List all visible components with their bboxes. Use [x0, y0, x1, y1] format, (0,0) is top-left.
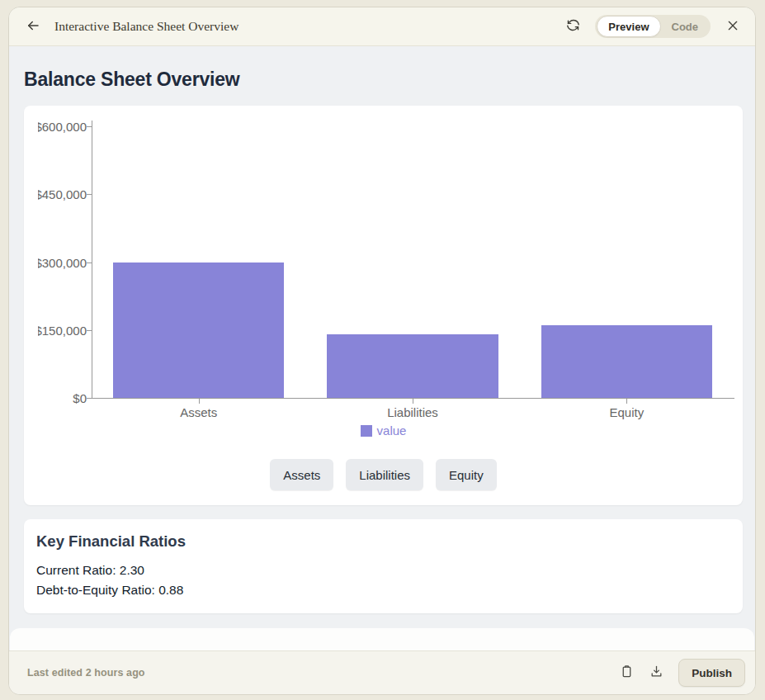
view-toggle: Preview Code — [595, 15, 711, 38]
filter-button-row: Assets Liabilities Equity — [24, 459, 743, 490]
chart-legend: value — [24, 423, 743, 438]
y-axis-tick — [87, 398, 92, 399]
y-tick-label: $300,000 — [38, 255, 87, 269]
equity-button[interactable]: Equity — [436, 459, 497, 490]
y-axis-tick — [87, 126, 92, 127]
ratios-title: Key Financial Ratios — [36, 532, 730, 551]
back-arrow-icon — [26, 18, 40, 35]
window-title: Interactive Balance Sheet Overview — [54, 19, 238, 34]
y-tick-label: $150,000 — [38, 323, 87, 337]
x-tick-label: Liabilities — [387, 405, 438, 419]
bar-liabilities[interactable] — [327, 334, 498, 398]
toggle-preview[interactable]: Preview — [597, 16, 660, 37]
clipboard-icon — [620, 665, 634, 681]
window-footer: Last edited 2 hours ago Publish — [9, 650, 755, 694]
y-axis-tick — [87, 194, 92, 195]
legend-label: value — [377, 423, 407, 438]
assets-button[interactable]: Assets — [270, 459, 333, 490]
copy-button[interactable] — [614, 660, 639, 685]
y-tick-label: $450,000 — [38, 187, 87, 201]
close-icon — [726, 19, 739, 35]
back-button[interactable] — [22, 16, 44, 37]
y-tick-label: $600,000 — [38, 120, 87, 134]
artifact-window: Interactive Balance Sheet Overview Previ… — [8, 7, 756, 695]
y-axis-tick — [87, 330, 92, 331]
last-edited-text: Last edited 2 hours ago — [27, 667, 145, 679]
chart-card: $0$150,000$300,000$450,000$600,000 Asset… — [24, 106, 743, 505]
x-tick-label: Equity — [609, 405, 644, 419]
publish-button[interactable]: Publish — [678, 659, 745, 687]
current-ratio-line: Current Ratio: 2.30 — [36, 560, 730, 580]
page-title: Balance Sheet Overview — [24, 69, 240, 91]
liabilities-button[interactable]: Liabilities — [346, 459, 423, 490]
ratios-card: Key Financial Ratios Current Ratio: 2.30… — [24, 519, 743, 613]
y-axis-tick — [87, 262, 92, 263]
window-header: Interactive Balance Sheet Overview Previ… — [9, 7, 755, 46]
download-button[interactable] — [644, 660, 668, 685]
refresh-icon — [566, 18, 580, 35]
debt-to-equity-line: Debt-to-Equity Ratio: 0.88 — [36, 580, 730, 600]
y-tick-label: $0 — [73, 391, 87, 405]
x-axis-tick — [413, 399, 413, 404]
chart-plot: $0$150,000$300,000$450,000$600,000 Asset… — [24, 106, 743, 505]
x-axis-tick — [626, 399, 627, 404]
download-icon — [649, 665, 663, 681]
x-tick-label: Assets — [180, 405, 217, 419]
bar-equity[interactable] — [541, 325, 712, 398]
x-axis-tick — [199, 399, 200, 404]
content-bottom-panel — [10, 628, 754, 653]
toggle-code[interactable]: Code — [661, 17, 710, 36]
bar-assets[interactable] — [113, 262, 284, 399]
close-button[interactable] — [722, 16, 744, 37]
refresh-button[interactable] — [562, 16, 583, 37]
legend-swatch — [361, 425, 372, 437]
